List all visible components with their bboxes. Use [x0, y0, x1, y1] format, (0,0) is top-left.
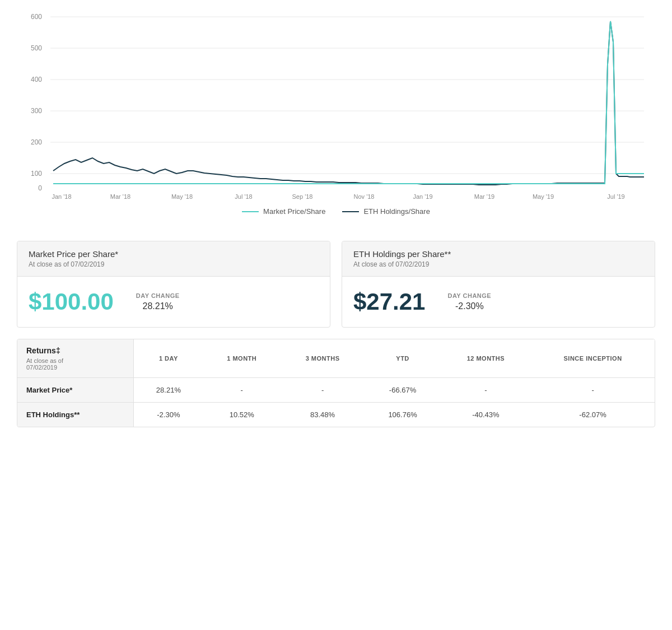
col-since-inception: SINCE INCEPTION [531, 339, 655, 378]
returns-table: Returns‡ At close as of 07/02/2019 1 DAY… [17, 339, 655, 427]
returns-cell-0-4: - [441, 378, 531, 403]
eth-holdings-change-value: -2.30% [447, 301, 491, 311]
returns-cell-0-2: - [281, 378, 365, 403]
chart-container: 600 500 400 300 200 100 0 Jan '18 Mar '1… [17, 11, 655, 224]
market-price-card-header: Market Price per Share* At close as of 0… [17, 241, 330, 277]
returns-cell-1-1: 10.52% [203, 403, 281, 427]
eth-holdings-card-subtitle: At close as of 07/02/2019 [353, 260, 643, 268]
returns-row-0: Market Price*28.21%---66.67%-- [17, 378, 655, 403]
market-price-value: $100.00 [29, 288, 114, 315]
svg-text:600: 600 [31, 13, 42, 21]
returns-header-row: Returns‡ At close as of 07/02/2019 1 DAY… [17, 339, 655, 378]
eth-holdings-card-header: ETH Holdings per Share** At close as of … [342, 241, 655, 277]
legend-eth-holdings: ETH Holdings/Share [342, 207, 430, 216]
returns-row-label-1: ETH Holdings** [17, 403, 133, 427]
returns-cell-1-2: 83.48% [281, 403, 365, 427]
col-12months: 12 MONTHS [441, 339, 531, 378]
returns-cell-0-0: 28.21% [133, 378, 203, 403]
legend-eth-holdings-label: ETH Holdings/Share [363, 207, 430, 216]
returns-cell-0-3: -66.67% [365, 378, 440, 403]
eth-holdings-card-title: ETH Holdings per Share** [353, 249, 643, 259]
market-price-card-title: Market Price per Share* [29, 249, 319, 259]
svg-text:Jan '19: Jan '19 [413, 193, 432, 200]
returns-cell-1-3: 106.76% [365, 403, 440, 427]
svg-text:May '18: May '18 [171, 193, 193, 200]
svg-text:0: 0 [38, 184, 42, 192]
svg-text:Jul '18: Jul '18 [235, 193, 252, 200]
legend-market-price-line [242, 211, 259, 212]
legend-market-price-label: Market Price/Share [263, 207, 325, 216]
svg-text:500: 500 [31, 44, 42, 52]
eth-holdings-change-label: DAY CHANGE [447, 292, 491, 299]
eth-holdings-card: ETH Holdings per Share** At close as of … [342, 241, 655, 328]
eth-holdings-change: DAY CHANGE -2.30% [447, 292, 491, 311]
col-3months: 3 MONTHS [281, 339, 365, 378]
market-price-card-body: $100.00 DAY CHANGE 28.21% [17, 277, 330, 327]
svg-text:Jan '18: Jan '18 [52, 193, 71, 200]
returns-label: Returns‡ [26, 346, 124, 355]
cards-row: Market Price per Share* At close as of 0… [17, 241, 655, 328]
market-price-change: DAY CHANGE 28.21% [136, 292, 180, 311]
svg-text:Mar '18: Mar '18 [110, 193, 130, 200]
market-price-change-label: DAY CHANGE [136, 292, 180, 299]
eth-holdings-value: $27.21 [353, 288, 425, 315]
col-ytd: YTD [365, 339, 440, 378]
market-price-card-subtitle: At close as of 07/02/2019 [29, 260, 319, 268]
svg-text:300: 300 [31, 107, 42, 115]
svg-text:400: 400 [31, 76, 42, 83]
svg-text:Jul '19: Jul '19 [607, 193, 624, 200]
returns-row-1: ETH Holdings**-2.30%10.52%83.48%106.76%-… [17, 403, 655, 427]
col-1month: 1 MONTH [203, 339, 281, 378]
chart-legend: Market Price/Share ETH Holdings/Share [17, 207, 655, 216]
svg-text:100: 100 [31, 170, 42, 178]
svg-text:Mar '19: Mar '19 [474, 193, 494, 200]
chart-section: 600 500 400 300 200 100 0 Jan '18 Mar '1… [17, 11, 655, 224]
returns-cell-0-5: - [531, 378, 655, 403]
returns-cell-1-4: -40.43% [441, 403, 531, 427]
eth-holdings-line [53, 21, 644, 185]
legend-market-price: Market Price/Share [242, 207, 325, 216]
eth-holdings-card-body: $27.21 DAY CHANGE -2.30% [342, 277, 655, 327]
returns-date-label: At close as of 07/02/2019 [26, 357, 124, 371]
returns-cell-0-1: - [203, 378, 281, 403]
returns-row-label-text-1: ETH Holdings** [26, 410, 80, 419]
returns-cell-1-5: -62.07% [531, 403, 655, 427]
market-price-change-value: 28.21% [136, 301, 180, 311]
svg-text:Nov '18: Nov '18 [354, 193, 375, 200]
returns-cell-1-0: -2.30% [133, 403, 203, 427]
returns-row-label-0: Market Price* [17, 378, 133, 403]
svg-text:May '19: May '19 [533, 193, 554, 200]
svg-text:Sep '18: Sep '18 [292, 193, 313, 200]
svg-text:200: 200 [31, 138, 42, 146]
price-chart: 600 500 400 300 200 100 0 Jan '18 Mar '1… [17, 11, 655, 202]
legend-eth-holdings-line [342, 211, 359, 212]
market-price-line [53, 21, 644, 184]
returns-header-label-cell: Returns‡ At close as of 07/02/2019 [17, 339, 133, 378]
returns-section: Returns‡ At close as of 07/02/2019 1 DAY… [17, 339, 655, 427]
returns-row-label-text-0: Market Price* [26, 386, 72, 394]
market-price-card: Market Price per Share* At close as of 0… [17, 241, 330, 328]
col-1day: 1 DAY [133, 339, 203, 378]
